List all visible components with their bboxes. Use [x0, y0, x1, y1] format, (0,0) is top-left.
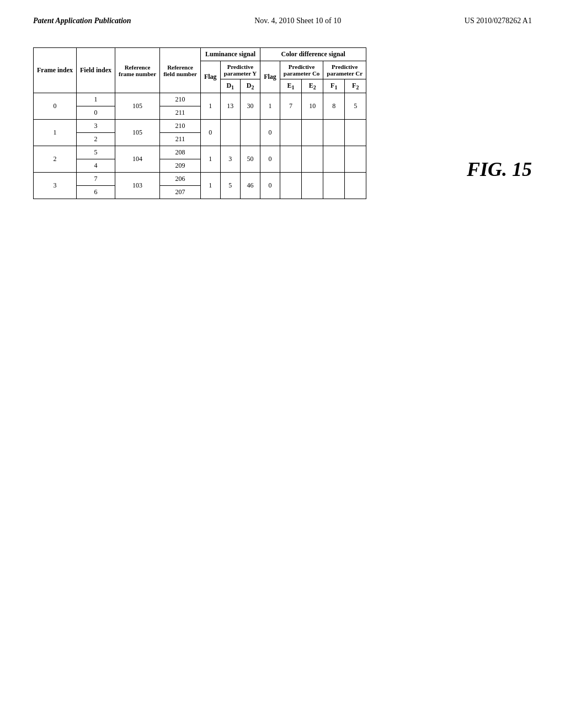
d2-cell — [240, 120, 260, 146]
ref-field-cell: 209 — [160, 159, 201, 173]
ref-frame-cell: 103 — [115, 173, 160, 199]
frame-index-header: Frame index — [34, 48, 77, 93]
pred-param-cr-header: Predictiveparameter Cr — [323, 61, 366, 79]
ref-frame-cell: 105 — [115, 93, 160, 120]
e1-cell — [280, 173, 301, 199]
frame-index-cell: 2 — [34, 146, 77, 173]
f2-cell: 5 — [345, 93, 366, 120]
frame-index-cell: 0 — [34, 93, 77, 120]
d1-cell — [220, 120, 240, 146]
e2-cell — [302, 120, 323, 146]
lum-flag-cell: 1 — [200, 93, 220, 120]
ref-field-cell: 208 — [160, 146, 201, 159]
main-content: Frame index Field index Referenceframe n… — [0, 36, 565, 210]
field-index-cell: 4 — [77, 159, 115, 173]
lum-flag-header: Flag — [200, 61, 220, 93]
f1-cell: 8 — [323, 93, 345, 120]
color-flag-cell: 0 — [260, 120, 280, 146]
d1-cell: 13 — [220, 93, 240, 120]
d1-header: D1 — [220, 79, 240, 93]
pred-param-y-header: Predictiveparameter Y — [220, 61, 260, 79]
d2-cell: 30 — [240, 93, 260, 120]
field-index-cell: 0 — [77, 106, 115, 120]
field-index-cell: 2 — [77, 133, 115, 146]
e2-header: E2 — [302, 79, 323, 93]
ref-field-cell: 211 — [160, 106, 201, 120]
e2-cell: 10 — [302, 93, 323, 120]
figure-label: FIG. 15 — [467, 158, 532, 199]
color-flag-cell: 0 — [260, 173, 280, 199]
e2-cell — [302, 146, 323, 173]
d2-header: D2 — [240, 79, 260, 93]
color-diff-signal-header: Color difference signal — [260, 48, 366, 61]
f1-cell — [323, 173, 345, 199]
e2-cell — [302, 173, 323, 199]
table-row: 0110521011330171085 — [34, 93, 366, 106]
table-container: Frame index Field index Referenceframe n… — [33, 47, 434, 199]
ref-frame-cell: 105 — [115, 120, 160, 146]
lum-flag-cell: 1 — [200, 173, 220, 199]
f1-cell — [323, 146, 345, 173]
patent-number: US 2010/0278262 A1 — [465, 17, 532, 25]
color-flag-header: Flag — [260, 61, 280, 93]
sheet-info: Nov. 4, 2010 Sheet 10 of 10 — [254, 17, 341, 25]
luminance-signal-header: Luminance signal — [200, 48, 260, 61]
ref-frame-cell: 104 — [115, 146, 160, 173]
f2-header: F2 — [345, 79, 366, 93]
field-index-cell: 1 — [77, 93, 115, 106]
e1-cell — [280, 146, 301, 173]
ref-field-cell: 207 — [160, 186, 201, 199]
data-table: Frame index Field index Referenceframe n… — [33, 47, 366, 199]
lum-flag-cell: 0 — [200, 120, 220, 146]
f2-cell — [345, 146, 366, 173]
f1-cell — [323, 120, 345, 146]
color-flag-cell: 1 — [260, 93, 280, 120]
pred-param-co-header: Predictiveparameter Co — [280, 61, 323, 79]
ref-frame-header: Referenceframe number — [115, 48, 160, 93]
table-row: 1310521000 — [34, 120, 366, 133]
publication-label: Patent Application Publication — [33, 17, 131, 25]
f2-cell — [345, 120, 366, 146]
ref-field-cell: 210 — [160, 120, 201, 133]
frame-index-cell: 3 — [34, 173, 77, 199]
page-header: Patent Application Publication Nov. 4, 2… — [0, 0, 565, 36]
ref-field-cell: 211 — [160, 133, 201, 146]
field-index-header: Field index — [77, 48, 115, 93]
ref-field-cell: 206 — [160, 173, 201, 186]
field-index-cell: 5 — [77, 146, 115, 159]
lum-flag-cell: 1 — [200, 146, 220, 173]
table-row: 2510420813500 — [34, 146, 366, 159]
color-flag-cell: 0 — [260, 146, 280, 173]
f1-header: F1 — [323, 79, 345, 93]
field-index-cell: 3 — [77, 120, 115, 133]
ref-field-cell: 210 — [160, 93, 201, 106]
field-index-cell: 6 — [77, 186, 115, 199]
ref-field-header: Referencefield number — [160, 48, 201, 93]
field-index-cell: 7 — [77, 173, 115, 186]
frame-index-cell: 1 — [34, 120, 77, 146]
e1-cell — [280, 120, 301, 146]
e1-header: E1 — [280, 79, 301, 93]
d2-cell: 46 — [240, 173, 260, 199]
table-row: 3710320615460 — [34, 173, 366, 186]
d1-cell: 5 — [220, 173, 240, 199]
d2-cell: 50 — [240, 146, 260, 173]
d1-cell: 3 — [220, 146, 240, 173]
e1-cell: 7 — [280, 93, 301, 120]
f2-cell — [345, 173, 366, 199]
